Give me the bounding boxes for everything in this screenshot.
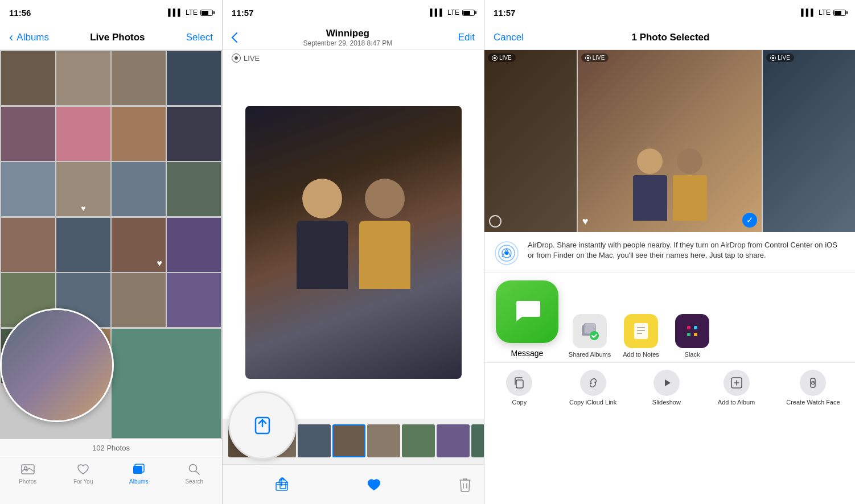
panel-live-photos: 11:56 ▌▌▌ LTE Albums Live Photos Select <box>0 0 222 504</box>
filmstrip-thumb[interactable] <box>402 424 435 457</box>
battery-icon-1 <box>200 10 213 16</box>
share-magnify-circle <box>228 391 297 460</box>
grid-cell[interactable] <box>1 107 55 161</box>
grid-cell[interactable] <box>112 51 166 105</box>
airdrop-icon <box>494 240 520 266</box>
signal-icon-3: ▌▌▌ <box>801 9 816 16</box>
svg-rect-25 <box>516 380 523 388</box>
add-to-album-label: Add to Album <box>718 399 755 406</box>
grid-cell[interactable] <box>112 329 221 438</box>
back-to-albums-button[interactable]: Albums <box>9 30 49 45</box>
filmstrip-thumb[interactable] <box>367 424 400 457</box>
grid-cell[interactable] <box>56 107 110 161</box>
copy-label: Copy <box>512 399 527 406</box>
grid-cell[interactable] <box>1 218 55 272</box>
shared-albums-share-item[interactable]: Shared Albums <box>564 314 615 358</box>
signal-icon-2: ▌▌▌ <box>430 9 445 16</box>
grid-cell[interactable] <box>112 273 166 327</box>
tab-bar: Photos For You Albums <box>0 457 222 504</box>
heart-button[interactable] <box>365 476 383 493</box>
signal-icon-1: ▌▌▌ <box>168 9 183 16</box>
airdrop-description: AirDrop. Share instantly with people nea… <box>528 240 846 261</box>
battery-icon-3 <box>833 10 846 16</box>
airdrop-section: AirDrop. Share instantly with people nea… <box>484 232 855 272</box>
for-you-tab-icon <box>76 462 91 477</box>
share-button[interactable] <box>274 477 290 493</box>
slack-icon <box>675 314 709 348</box>
tab-search[interactable]: Search <box>167 462 223 485</box>
grid-cell[interactable] <box>1 51 55 105</box>
create-watch-face-label: Create Watch Face <box>786 399 840 406</box>
search-tab-icon <box>187 462 202 477</box>
grid-cell[interactable] <box>56 218 110 272</box>
thumb-2[interactable]: LIVE ♥ ✓ <box>578 50 762 232</box>
main-photo-area[interactable] <box>228 66 478 419</box>
nav-bar-2: Winnipeg September 29, 2018 8:47 PM Edit <box>223 25 484 50</box>
panel-title-1: Live Photos <box>90 32 145 43</box>
filmstrip-thumb[interactable] <box>298 424 331 457</box>
message-share-item[interactable]: Message <box>490 280 564 358</box>
grid-cell[interactable] <box>112 107 166 161</box>
grid-cell[interactable] <box>167 162 221 216</box>
thumb-3[interactable]: LIVE <box>763 50 855 232</box>
slideshow-action-item[interactable]: Slideshow <box>647 370 687 406</box>
tab-photos[interactable]: Photos <box>0 462 56 485</box>
top-thumbnails-row: LIVE <box>484 50 855 232</box>
photo-datetime: September 29, 2018 8:47 PM <box>303 39 392 47</box>
notes-icon <box>624 314 658 348</box>
time-3: 11:57 <box>494 8 515 18</box>
selection-nav: Cancel 1 Photo Selected <box>484 25 855 50</box>
copy-icloud-action-item[interactable]: Copy iCloud Link <box>569 370 616 406</box>
live-circle-icon <box>232 53 241 63</box>
live-badge-thumb-3: LIVE <box>766 53 794 62</box>
for-you-tab-label: For You <box>73 478 93 485</box>
back-button-2[interactable] <box>232 32 237 43</box>
grid-cell[interactable] <box>112 162 166 216</box>
copy-icloud-label: Copy iCloud Link <box>569 399 616 406</box>
panel-share-sheet: 11:57 ▌▌▌ LTE Cancel 1 Photo Selected <box>484 0 855 504</box>
create-watch-face-icon <box>800 370 826 396</box>
add-to-notes-share-item[interactable]: Add to Notes <box>615 314 667 358</box>
create-watch-face-action-item[interactable]: Create Watch Face <box>786 370 840 406</box>
delete-button[interactable] <box>458 477 472 493</box>
magnify-circle <box>0 308 114 422</box>
filmstrip-thumb[interactable] <box>471 424 484 457</box>
filmstrip-thumb-selected[interactable] <box>332 424 365 457</box>
thumb-1[interactable]: LIVE <box>484 50 577 232</box>
copy-icon <box>506 370 532 396</box>
tab-for-you[interactable]: For You <box>56 462 112 485</box>
copy-action-item[interactable]: Copy <box>499 370 539 406</box>
svg-rect-21 <box>687 326 690 329</box>
grid-cell[interactable]: ♥ <box>112 218 166 272</box>
grid-cell[interactable] <box>167 218 221 272</box>
chevron-left-icon <box>9 30 14 45</box>
back-label: Albums <box>17 32 49 43</box>
grid-cell[interactable] <box>167 107 221 161</box>
slack-share-item[interactable]: Slack <box>667 314 718 358</box>
shared-albums-label: Shared Albums <box>569 351 611 358</box>
filmstrip-thumb[interactable] <box>437 424 470 457</box>
grid-cell[interactable] <box>167 273 221 327</box>
selection-title: 1 Photo Selected <box>631 32 709 43</box>
status-bar-2: 11:57 ▌▌▌ LTE <box>223 0 484 25</box>
grid-cell[interactable]: ♥ <box>56 162 110 216</box>
panel-photo-viewer: 11:57 ▌▌▌ LTE Winnipeg September 29, 201… <box>222 0 484 504</box>
cancel-button[interactable]: Cancel <box>494 32 524 43</box>
share-apps-row: Message Shared Albums <box>484 272 855 363</box>
photos-tab-label: Photos <box>19 478 36 485</box>
copy-icloud-icon <box>580 370 606 396</box>
grid-cell[interactable] <box>167 51 221 105</box>
time-1: 11:56 <box>9 8 31 18</box>
add-to-album-action-item[interactable]: Add to Album <box>717 370 757 406</box>
live-text: LIVE <box>244 54 260 63</box>
grid-cell[interactable] <box>56 51 110 105</box>
tab-albums[interactable]: Albums <box>111 462 167 485</box>
svg-rect-22 <box>694 326 697 329</box>
status-bar-3: 11:57 ▌▌▌ LTE <box>484 0 855 25</box>
battery-icon-2 <box>462 10 475 16</box>
grid-cell[interactable] <box>1 162 55 216</box>
live-badge-thumb-1: LIVE <box>488 53 516 62</box>
add-to-notes-label: Add to Notes <box>623 351 659 358</box>
select-button[interactable]: Select <box>186 32 213 43</box>
edit-button[interactable]: Edit <box>458 32 475 43</box>
